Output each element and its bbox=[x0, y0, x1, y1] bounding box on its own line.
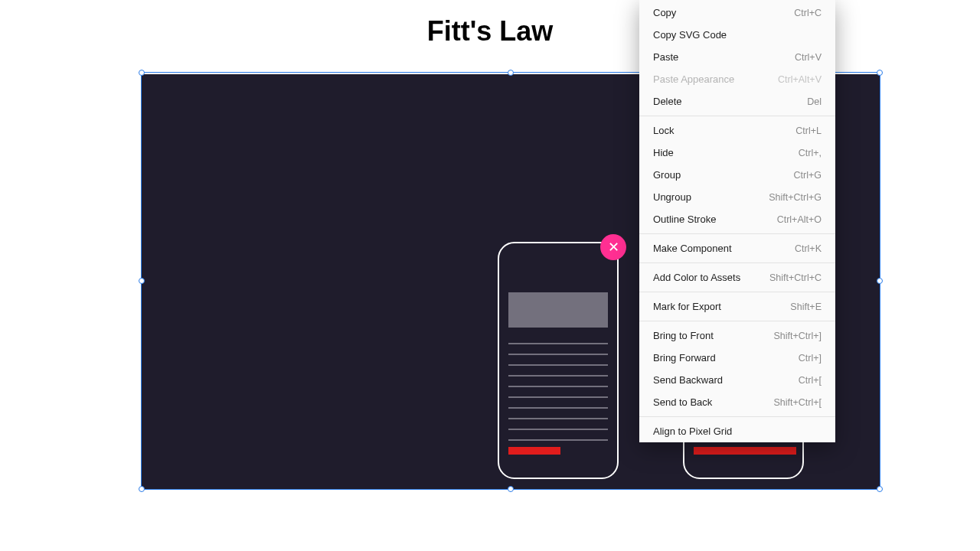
menu-item-shortcut: Ctrl+] bbox=[799, 353, 822, 364]
menu-item-label: Mark for Export bbox=[653, 301, 721, 312]
menu-item-add-color-to-assets[interactable]: Add Color to AssetsShift+Ctrl+C bbox=[639, 266, 835, 289]
close-icon[interactable]: ✕ bbox=[600, 234, 626, 260]
menu-item-shortcut: Shift+Ctrl+C bbox=[769, 272, 822, 283]
cta-bar bbox=[508, 447, 560, 455]
menu-item-outline-stroke[interactable]: Outline StrokeCtrl+Alt+O bbox=[639, 208, 835, 230]
menu-item-delete[interactable]: DeleteDel bbox=[639, 90, 835, 112]
phone-mockup-left[interactable]: ✕ bbox=[498, 242, 619, 479]
menu-item-label: Paste Appearance bbox=[653, 73, 734, 85]
menu-separator bbox=[639, 262, 835, 263]
menu-item-label: Paste bbox=[653, 51, 678, 63]
menu-item-label: Add Color to Assets bbox=[653, 272, 740, 283]
menu-item-copy-svg-code[interactable]: Copy SVG Code bbox=[639, 24, 835, 46]
close-icon-glyph: ✕ bbox=[608, 239, 619, 256]
menu-item-mark-for-export[interactable]: Mark for ExportShift+E bbox=[639, 295, 835, 318]
content-line bbox=[508, 407, 608, 409]
menu-item-label: Lock bbox=[653, 125, 674, 136]
menu-item-shortcut: Ctrl+C bbox=[794, 8, 822, 18]
menu-item-label: Send to Back bbox=[653, 396, 712, 408]
menu-item-label: Ungroup bbox=[653, 191, 691, 203]
menu-item-shortcut: Ctrl+K bbox=[795, 243, 822, 254]
menu-item-label: Align to Pixel Grid bbox=[653, 425, 732, 437]
menu-item-shortcut: Shift+Ctrl+G bbox=[769, 192, 822, 203]
menu-separator bbox=[639, 292, 835, 292]
menu-item-send-backward[interactable]: Send BackwardCtrl+[ bbox=[639, 369, 835, 391]
menu-item-bring-forward[interactable]: Bring ForwardCtrl+] bbox=[639, 347, 835, 369]
content-line bbox=[508, 375, 608, 377]
content-block bbox=[508, 292, 608, 328]
menu-item-ungroup[interactable]: UngroupShift+Ctrl+G bbox=[639, 186, 835, 208]
menu-item-align-to-pixel-grid[interactable]: Align to Pixel Grid bbox=[639, 420, 835, 442]
menu-item-shortcut: Del bbox=[807, 96, 822, 107]
content-line bbox=[508, 386, 608, 387]
menu-item-paste-appearance: Paste AppearanceCtrl+Alt+V bbox=[639, 68, 835, 90]
menu-item-shortcut: Ctrl+Alt+V bbox=[778, 74, 822, 85]
menu-item-label: Delete bbox=[653, 96, 682, 107]
menu-item-hide[interactable]: HideCtrl+, bbox=[639, 142, 835, 164]
menu-item-label: Send Backward bbox=[653, 374, 723, 386]
menu-separator bbox=[639, 416, 835, 417]
content-line bbox=[508, 396, 608, 398]
menu-item-shortcut: Shift+Ctrl+] bbox=[773, 331, 822, 341]
content-line bbox=[508, 343, 608, 344]
menu-item-label: Hide bbox=[653, 147, 674, 158]
menu-item-lock[interactable]: LockCtrl+L bbox=[639, 119, 835, 142]
content-line bbox=[508, 429, 608, 430]
menu-item-shortcut: Ctrl+[ bbox=[799, 375, 822, 386]
menu-separator bbox=[639, 233, 835, 234]
menu-item-paste[interactable]: PasteCtrl+V bbox=[639, 46, 835, 68]
menu-item-label: Bring Forward bbox=[653, 352, 716, 364]
menu-item-bring-to-front[interactable]: Bring to FrontShift+Ctrl+] bbox=[639, 324, 835, 347]
menu-item-shortcut: Ctrl+L bbox=[795, 126, 822, 136]
menu-item-label: Group bbox=[653, 169, 681, 181]
menu-item-label: Copy SVG Code bbox=[653, 29, 727, 41]
content-line bbox=[508, 418, 608, 419]
menu-item-label: Copy bbox=[653, 7, 676, 18]
context-menu[interactable]: CopyCtrl+CCopy SVG CodePasteCtrl+VPaste … bbox=[639, 0, 835, 442]
menu-separator bbox=[639, 116, 835, 116]
menu-item-shortcut: Ctrl+, bbox=[799, 148, 822, 158]
menu-item-shortcut: Ctrl+G bbox=[794, 170, 822, 181]
menu-item-make-component[interactable]: Make ComponentCtrl+K bbox=[639, 237, 835, 259]
menu-item-shortcut: Ctrl+Alt+O bbox=[777, 214, 822, 225]
content-line bbox=[508, 439, 608, 441]
content-line bbox=[508, 354, 608, 355]
content-line bbox=[508, 364, 608, 366]
menu-item-label: Bring to Front bbox=[653, 330, 714, 341]
menu-separator bbox=[639, 321, 835, 321]
menu-item-shortcut: Shift+Ctrl+[ bbox=[773, 397, 822, 408]
menu-item-group[interactable]: GroupCtrl+G bbox=[639, 164, 835, 186]
menu-item-label: Make Component bbox=[653, 243, 732, 254]
menu-item-label: Outline Stroke bbox=[653, 214, 716, 225]
menu-item-shortcut: Shift+E bbox=[790, 302, 822, 312]
menu-item-copy[interactable]: CopyCtrl+C bbox=[639, 2, 835, 24]
menu-item-send-to-back[interactable]: Send to BackShift+Ctrl+[ bbox=[639, 391, 835, 413]
menu-item-shortcut: Ctrl+V bbox=[795, 52, 822, 63]
cta-bar bbox=[694, 447, 796, 455]
